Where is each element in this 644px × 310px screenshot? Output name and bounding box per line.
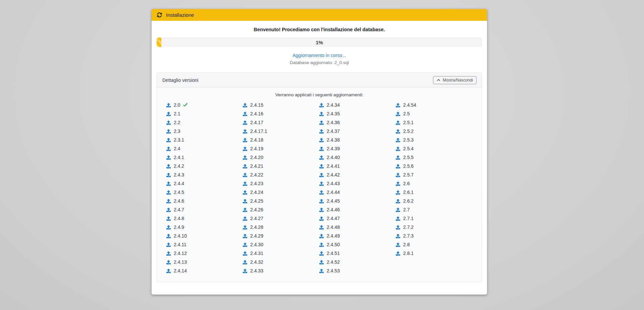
upload-icon bbox=[243, 120, 247, 125]
check-icon bbox=[183, 103, 187, 107]
version-label: 2.4.27 bbox=[250, 216, 263, 221]
version-item: 2.4.30 bbox=[243, 240, 319, 249]
refresh-icon bbox=[157, 12, 162, 17]
version-label: 2.4.16 bbox=[250, 111, 263, 116]
version-item: 2.4.16 bbox=[243, 109, 319, 118]
version-item: 2.4.53 bbox=[319, 266, 396, 275]
version-label: 2.4 bbox=[174, 146, 180, 151]
version-item: 2.4.18 bbox=[243, 136, 319, 144]
version-item: 2.4.29 bbox=[243, 231, 319, 240]
versions-intro: Verranno applicati i seguenti aggiorname… bbox=[166, 92, 472, 97]
version-label: 2.4.17.1 bbox=[250, 128, 267, 134]
version-label: 2.7.3 bbox=[403, 233, 414, 239]
upload-icon bbox=[319, 112, 324, 116]
version-label: 2.4.11 bbox=[174, 242, 186, 247]
version-item: 2.4.17 bbox=[243, 118, 319, 127]
welcome-message: Benvenuto! Procediamo con l'installazion… bbox=[157, 27, 482, 32]
version-label: 2.4.21 bbox=[250, 163, 263, 169]
versions-grid: 2.02.12.22.32.3.12.42.4.12.4.22.4.32.4.4… bbox=[166, 101, 472, 275]
version-item: 2.8.1 bbox=[396, 249, 472, 258]
version-label: 2.4.45 bbox=[327, 198, 340, 204]
version-item: 2.4 bbox=[166, 144, 243, 153]
upload-icon bbox=[396, 147, 400, 151]
version-label: 2.4.7 bbox=[174, 207, 184, 212]
version-item: 2.4.32 bbox=[243, 258, 319, 266]
version-item: 2.4.2 bbox=[166, 162, 243, 170]
version-label: 2.4.49 bbox=[327, 233, 340, 239]
version-item: 2.4.4 bbox=[166, 179, 243, 188]
upload-icon bbox=[319, 138, 324, 142]
version-label: 2.7.2 bbox=[403, 224, 414, 230]
version-item: 2.5.5 bbox=[396, 153, 472, 162]
version-item: 2.4.6 bbox=[166, 197, 243, 205]
upload-icon bbox=[396, 164, 400, 168]
upload-icon bbox=[166, 269, 171, 273]
version-item: 2.4.12 bbox=[166, 249, 243, 258]
version-label: 2.7 bbox=[403, 207, 410, 212]
upload-icon bbox=[166, 208, 171, 212]
version-item: 2.4.27 bbox=[243, 214, 319, 223]
version-label: 2.4.44 bbox=[327, 190, 340, 195]
version-label: 2.4.10 bbox=[174, 233, 187, 239]
upload-icon bbox=[243, 225, 247, 229]
upload-icon bbox=[319, 260, 324, 264]
version-label: 2.4.5 bbox=[174, 190, 184, 195]
version-label: 2.4.19 bbox=[250, 146, 263, 151]
upload-icon bbox=[243, 147, 247, 151]
upload-icon bbox=[396, 182, 400, 186]
version-item: 2.4.34 bbox=[319, 101, 396, 109]
version-item: 2.4.49 bbox=[319, 231, 396, 240]
version-label: 2.6 bbox=[403, 181, 410, 186]
versions-column: 2.4.542.52.5.12.5.22.5.32.5.42.5.52.5.62… bbox=[396, 101, 472, 275]
version-item: 2.5.3 bbox=[396, 136, 472, 144]
version-item: 2.4.17.1 bbox=[243, 127, 319, 136]
version-item: 2.4.40 bbox=[319, 153, 396, 162]
version-label: 2.3.1 bbox=[174, 137, 184, 143]
version-label: 2.4.14 bbox=[174, 268, 187, 273]
version-label: 2.7.1 bbox=[403, 216, 414, 221]
version-label: 2.4.52 bbox=[327, 259, 340, 265]
version-label: 2.4.50 bbox=[327, 242, 340, 247]
version-label: 2.4.51 bbox=[327, 251, 340, 256]
version-label: 2.4.24 bbox=[250, 190, 263, 195]
version-label: 2.4.22 bbox=[250, 172, 263, 177]
version-item: 2.5.2 bbox=[396, 127, 472, 136]
version-item: 2.4.47 bbox=[319, 214, 396, 223]
version-item: 2.4.44 bbox=[319, 188, 396, 197]
version-label: 2.4.26 bbox=[250, 207, 263, 212]
version-item: 2.4.50 bbox=[319, 240, 396, 249]
version-item: 2.5.7 bbox=[396, 170, 472, 179]
version-item: 2.4.54 bbox=[396, 101, 472, 109]
upload-icon bbox=[166, 103, 171, 107]
version-item: 2.4.48 bbox=[319, 223, 396, 231]
upload-icon bbox=[243, 182, 247, 186]
version-label: 2.5.1 bbox=[403, 120, 414, 125]
toggle-versions-button[interactable]: Mostra/Nascondi bbox=[433, 76, 477, 84]
upload-icon bbox=[166, 260, 171, 264]
installer-window: Installazione Benvenuto! Procediamo con … bbox=[152, 9, 487, 295]
version-item: 2.3.1 bbox=[166, 136, 243, 144]
upload-icon bbox=[166, 138, 171, 142]
version-label: 2.4.20 bbox=[250, 155, 263, 160]
version-label: 2.4.8 bbox=[174, 216, 184, 221]
upload-icon bbox=[243, 199, 247, 203]
upload-icon bbox=[319, 199, 324, 203]
version-label: 2.4.23 bbox=[250, 181, 263, 186]
chevron-up-icon bbox=[437, 78, 440, 82]
upload-icon bbox=[396, 173, 400, 177]
upload-icon bbox=[319, 129, 324, 134]
upload-icon bbox=[243, 251, 247, 256]
upload-icon bbox=[166, 120, 171, 125]
version-item: 2.4.5 bbox=[166, 188, 243, 197]
version-label: 2.5.5 bbox=[403, 155, 414, 160]
version-item: 2.4.23 bbox=[243, 179, 319, 188]
upload-icon bbox=[166, 129, 171, 134]
version-item: 2.4.37 bbox=[319, 127, 396, 136]
version-label: 2.4.34 bbox=[327, 102, 340, 108]
version-item: 2.4.33 bbox=[243, 266, 319, 275]
version-item: 2.4.38 bbox=[319, 136, 396, 144]
upload-icon bbox=[396, 112, 400, 116]
versions-panel-title: Dettaglio versioni bbox=[162, 78, 198, 83]
version-label: 2.4.4 bbox=[174, 181, 184, 186]
upload-icon bbox=[243, 138, 247, 142]
